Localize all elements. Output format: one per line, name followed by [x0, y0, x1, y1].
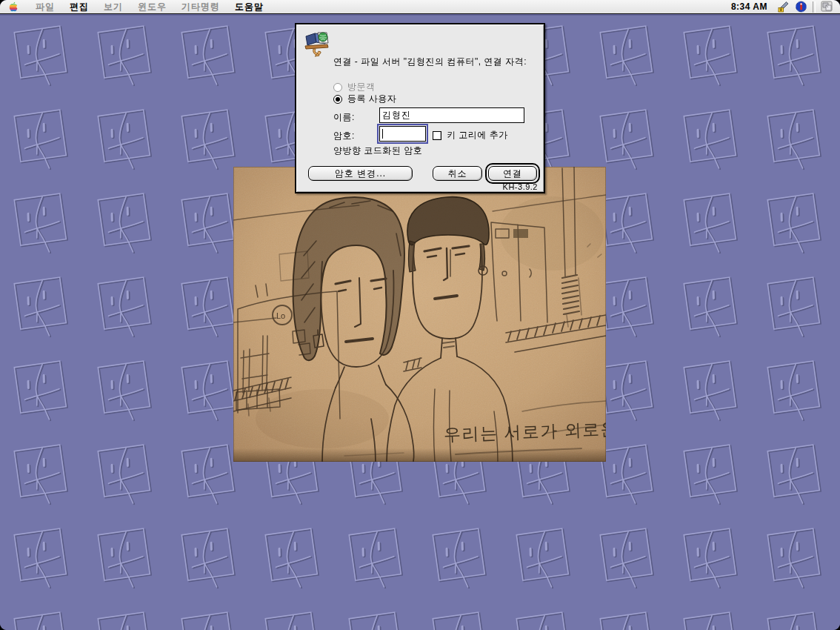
connect-dialog: 연결 - 파일 서버 "김형진의 컴퓨터", 연결 자격: 방문객 등록 사용자… — [295, 23, 545, 193]
sketch-badge-text: Lo — [276, 311, 285, 320]
change-password-button[interactable]: 암호 변경... — [308, 166, 413, 181]
keychain-label: 키 고리에 추가 — [447, 129, 508, 142]
apple-menu-icon[interactable] — [7, 1, 19, 13]
menu-bar-right: 8:34 AM — [725, 0, 840, 13]
password-input[interactable] — [379, 126, 426, 142]
menu-view: 보기 — [96, 0, 130, 15]
application-menu-icon[interactable] — [818, 1, 836, 13]
radio-guest-circle — [333, 83, 342, 92]
menu-window: 윈도우 — [130, 0, 174, 15]
keychain-checkbox-row[interactable]: 키 고리에 추가 — [433, 129, 508, 142]
pencil-input-menu-icon[interactable] — [776, 1, 789, 13]
blue-circle-menu-icon[interactable] — [795, 1, 807, 13]
screen: 파일 편집 보기 윈도우 기타명령 도움말 8:34 AM — [0, 0, 840, 630]
keychain-checkbox[interactable] — [433, 131, 441, 140]
menu-bar: 파일 편집 보기 윈도우 기타명령 도움말 8:34 AM — [0, 0, 840, 14]
menu-file: 파일 — [28, 0, 62, 15]
sketch-artwork: Lo 우리는 서로가 외로운 사람들 — [233, 167, 606, 462]
name-label: 이름: — [333, 111, 355, 124]
connect-button[interactable]: 연결 — [488, 166, 537, 181]
menu-help[interactable]: 도움말 — [227, 0, 271, 15]
radio-registered-label: 등록 사용자 — [347, 93, 396, 105]
radio-registered-circle[interactable] — [333, 95, 342, 104]
version-label: KH-3.9.2 — [503, 182, 538, 191]
menu-special: 기타명령 — [174, 0, 227, 15]
menu-clock[interactable]: 8:34 AM — [725, 1, 773, 12]
radio-guest-label: 방문객 — [347, 81, 376, 93]
name-input[interactable] — [379, 107, 524, 123]
file-server-globe-folder-icon — [303, 30, 331, 57]
password-label: 암호: — [333, 130, 355, 142]
radio-registered[interactable]: 등록 사용자 — [333, 93, 396, 105]
password-encryption-note: 양방향 코드화된 암호 — [333, 145, 422, 157]
menu-divider — [813, 1, 816, 13]
menu-edit[interactable]: 편집 — [62, 0, 96, 15]
dialog-title: 연결 - 파일 서버 "김형진의 컴퓨터", 연결 자격: — [333, 56, 538, 67]
cancel-button[interactable]: 취소 — [433, 166, 482, 181]
text-caret — [382, 129, 383, 139]
radio-guest: 방문객 — [333, 81, 376, 93]
default-button-ring: 연결 — [485, 163, 540, 184]
